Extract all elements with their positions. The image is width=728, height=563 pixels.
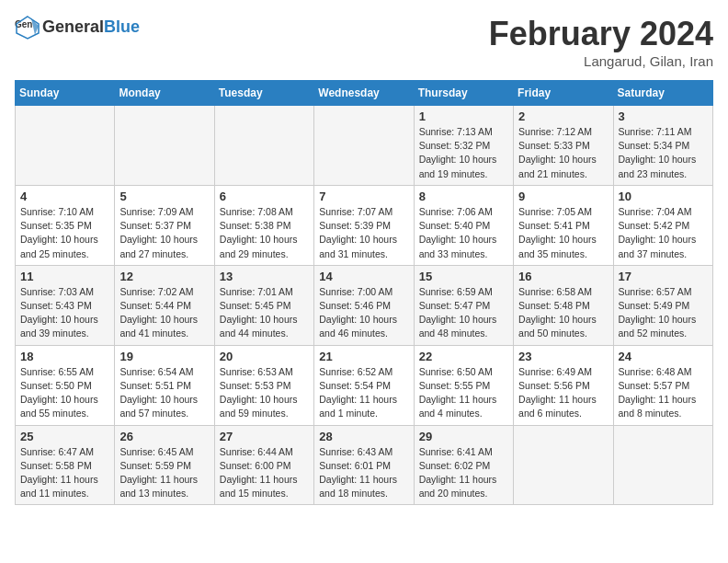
day-number: 5 xyxy=(119,190,209,203)
weekday-header-saturday: Saturday xyxy=(613,81,712,106)
weekday-header-tuesday: Tuesday xyxy=(214,81,313,106)
logo: Gen GeneralBlue xyxy=(15,15,140,40)
calendar-table: SundayMondayTuesdayWednesdayThursdayFrid… xyxy=(15,80,713,505)
logo-blue-text: Blue xyxy=(104,17,140,36)
day-info: Sunrise: 7:07 AM Sunset: 5:39 PM Dayligh… xyxy=(319,205,408,261)
weekday-header-monday: Monday xyxy=(115,81,214,106)
calendar-cell: 2Sunrise: 7:12 AM Sunset: 5:33 PM Daylig… xyxy=(514,106,613,186)
day-info: Sunrise: 6:53 AM Sunset: 5:53 PM Dayligh… xyxy=(220,365,309,421)
weekday-header-friday: Friday xyxy=(514,81,613,106)
day-number: 1 xyxy=(419,109,508,123)
calendar-cell xyxy=(314,106,414,186)
calendar-cell: 16Sunrise: 6:58 AM Sunset: 5:48 PM Dayli… xyxy=(514,265,613,345)
day-info: Sunrise: 6:55 AM Sunset: 5:50 PM Dayligh… xyxy=(20,365,109,421)
calendar-cell: 18Sunrise: 6:55 AM Sunset: 5:50 PM Dayli… xyxy=(16,345,115,425)
calendar-cell: 23Sunrise: 6:49 AM Sunset: 5:56 PM Dayli… xyxy=(514,345,613,425)
calendar-cell: 28Sunrise: 6:43 AM Sunset: 6:01 PM Dayli… xyxy=(314,425,414,505)
week-row-2: 4Sunrise: 7:10 AM Sunset: 5:35 PM Daylig… xyxy=(16,185,713,265)
day-number: 27 xyxy=(220,430,309,443)
calendar-cell: 27Sunrise: 6:44 AM Sunset: 6:00 PM Dayli… xyxy=(214,425,313,505)
calendar-cell: 3Sunrise: 7:11 AM Sunset: 5:34 PM Daylig… xyxy=(613,106,712,186)
day-info: Sunrise: 7:08 AM Sunset: 5:38 PM Dayligh… xyxy=(220,205,309,261)
day-number: 10 xyxy=(619,190,708,203)
day-info: Sunrise: 6:49 AM Sunset: 5:56 PM Dayligh… xyxy=(518,365,608,421)
day-info: Sunrise: 6:47 AM Sunset: 5:58 PM Dayligh… xyxy=(20,445,109,501)
day-info: Sunrise: 7:02 AM Sunset: 5:44 PM Dayligh… xyxy=(119,285,209,341)
calendar-cell xyxy=(16,106,115,186)
title-block: February 2024 Langarud, Gilan, Iran xyxy=(489,15,713,69)
week-row-3: 11Sunrise: 7:03 AM Sunset: 5:43 PM Dayli… xyxy=(16,265,713,345)
logo-icon: Gen xyxy=(15,15,40,40)
calendar-cell: 19Sunrise: 6:54 AM Sunset: 5:51 PM Dayli… xyxy=(115,345,214,425)
day-info: Sunrise: 6:52 AM Sunset: 5:54 PM Dayligh… xyxy=(319,365,408,421)
calendar-cell xyxy=(214,106,313,186)
day-number: 11 xyxy=(20,270,109,283)
day-number: 14 xyxy=(319,270,408,283)
day-info: Sunrise: 7:12 AM Sunset: 5:33 PM Dayligh… xyxy=(518,125,608,181)
day-number: 23 xyxy=(518,350,608,363)
day-info: Sunrise: 7:04 AM Sunset: 5:42 PM Dayligh… xyxy=(619,205,708,261)
day-info: Sunrise: 7:06 AM Sunset: 5:40 PM Dayligh… xyxy=(419,205,508,261)
calendar-cell: 12Sunrise: 7:02 AM Sunset: 5:44 PM Dayli… xyxy=(115,265,214,345)
day-info: Sunrise: 7:09 AM Sunset: 5:37 PM Dayligh… xyxy=(119,205,209,261)
day-number: 19 xyxy=(119,350,209,363)
day-info: Sunrise: 7:05 AM Sunset: 5:41 PM Dayligh… xyxy=(518,205,608,261)
day-info: Sunrise: 6:48 AM Sunset: 5:57 PM Dayligh… xyxy=(619,365,708,421)
day-info: Sunrise: 6:57 AM Sunset: 5:49 PM Dayligh… xyxy=(619,285,708,341)
day-info: Sunrise: 7:11 AM Sunset: 5:34 PM Dayligh… xyxy=(619,125,708,181)
calendar-cell: 25Sunrise: 6:47 AM Sunset: 5:58 PM Dayli… xyxy=(16,425,115,505)
calendar-cell: 7Sunrise: 7:07 AM Sunset: 5:39 PM Daylig… xyxy=(314,185,414,265)
day-info: Sunrise: 6:50 AM Sunset: 5:55 PM Dayligh… xyxy=(419,365,508,421)
calendar-cell: 11Sunrise: 7:03 AM Sunset: 5:43 PM Dayli… xyxy=(16,265,115,345)
day-number: 25 xyxy=(20,430,109,443)
day-number: 26 xyxy=(119,430,209,443)
weekday-header-thursday: Thursday xyxy=(414,81,513,106)
calendar-cell: 8Sunrise: 7:06 AM Sunset: 5:40 PM Daylig… xyxy=(414,185,513,265)
calendar-cell xyxy=(613,425,712,505)
calendar-cell: 15Sunrise: 6:59 AM Sunset: 5:47 PM Dayli… xyxy=(414,265,513,345)
logo-general-text: General xyxy=(42,17,104,36)
page-header: Gen GeneralBlue February 2024 Langarud, … xyxy=(15,15,713,69)
day-info: Sunrise: 6:58 AM Sunset: 5:48 PM Dayligh… xyxy=(518,285,608,341)
day-number: 16 xyxy=(518,270,608,283)
day-number: 22 xyxy=(419,350,508,363)
day-number: 15 xyxy=(419,270,508,283)
week-row-4: 18Sunrise: 6:55 AM Sunset: 5:50 PM Dayli… xyxy=(16,345,713,425)
svg-text:Gen: Gen xyxy=(15,19,32,29)
day-number: 20 xyxy=(220,350,309,363)
day-info: Sunrise: 6:41 AM Sunset: 6:02 PM Dayligh… xyxy=(419,445,508,501)
calendar-cell: 20Sunrise: 6:53 AM Sunset: 5:53 PM Dayli… xyxy=(214,345,313,425)
day-info: Sunrise: 6:59 AM Sunset: 5:47 PM Dayligh… xyxy=(419,285,508,341)
calendar-cell: 24Sunrise: 6:48 AM Sunset: 5:57 PM Dayli… xyxy=(613,345,712,425)
day-number: 3 xyxy=(619,109,708,123)
weekday-header-wednesday: Wednesday xyxy=(314,81,414,106)
day-number: 28 xyxy=(319,430,408,443)
calendar-cell: 9Sunrise: 7:05 AM Sunset: 5:41 PM Daylig… xyxy=(514,185,613,265)
day-number: 17 xyxy=(619,270,708,283)
day-number: 18 xyxy=(20,350,109,363)
calendar-cell: 1Sunrise: 7:13 AM Sunset: 5:32 PM Daylig… xyxy=(414,106,513,186)
month-title: February 2024 xyxy=(489,15,713,53)
day-number: 24 xyxy=(619,350,708,363)
calendar-cell: 5Sunrise: 7:09 AM Sunset: 5:37 PM Daylig… xyxy=(115,185,214,265)
weekday-header-row: SundayMondayTuesdayWednesdayThursdayFrid… xyxy=(16,81,713,106)
day-number: 12 xyxy=(119,270,209,283)
day-number: 21 xyxy=(319,350,408,363)
day-number: 6 xyxy=(220,190,309,203)
day-info: Sunrise: 7:13 AM Sunset: 5:32 PM Dayligh… xyxy=(419,125,508,181)
calendar-cell: 14Sunrise: 7:00 AM Sunset: 5:46 PM Dayli… xyxy=(314,265,414,345)
calendar-cell: 4Sunrise: 7:10 AM Sunset: 5:35 PM Daylig… xyxy=(16,185,115,265)
calendar-cell: 10Sunrise: 7:04 AM Sunset: 5:42 PM Dayli… xyxy=(613,185,712,265)
day-info: Sunrise: 6:43 AM Sunset: 6:01 PM Dayligh… xyxy=(319,445,408,501)
calendar-cell: 6Sunrise: 7:08 AM Sunset: 5:38 PM Daylig… xyxy=(214,185,313,265)
calendar-cell xyxy=(514,425,613,505)
day-info: Sunrise: 6:54 AM Sunset: 5:51 PM Dayligh… xyxy=(119,365,209,421)
day-info: Sunrise: 7:10 AM Sunset: 5:35 PM Dayligh… xyxy=(20,205,109,261)
day-number: 29 xyxy=(419,430,508,443)
day-info: Sunrise: 7:01 AM Sunset: 5:45 PM Dayligh… xyxy=(220,285,309,341)
day-info: Sunrise: 7:00 AM Sunset: 5:46 PM Dayligh… xyxy=(319,285,408,341)
day-info: Sunrise: 6:45 AM Sunset: 5:59 PM Dayligh… xyxy=(119,445,209,501)
day-number: 13 xyxy=(220,270,309,283)
day-number: 7 xyxy=(319,190,408,203)
day-number: 2 xyxy=(518,109,608,123)
